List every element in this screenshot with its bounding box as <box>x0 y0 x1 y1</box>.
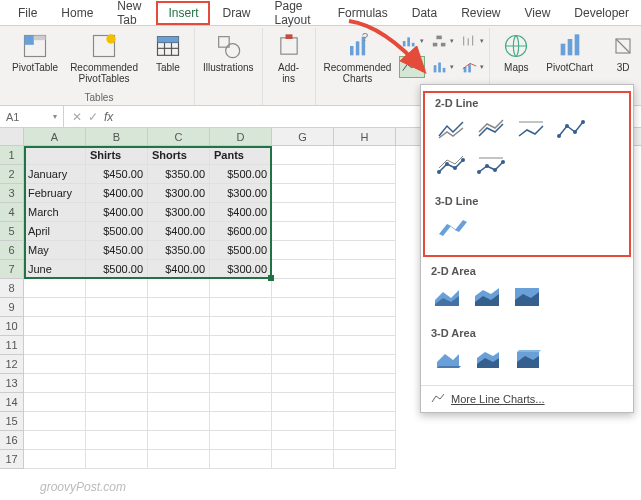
cell[interactable]: Shorts <box>148 146 210 165</box>
hierarchy-chart-button[interactable]: ▾ <box>429 30 455 52</box>
row-header[interactable]: 14 <box>0 393 24 412</box>
combo-chart-button[interactable]: ▾ <box>459 56 485 78</box>
row-header[interactable]: 16 <box>0 431 24 450</box>
row-header[interactable]: 13 <box>0 374 24 393</box>
row-header[interactable]: 12 <box>0 355 24 374</box>
more-line-charts[interactable]: More Line Charts... <box>421 385 633 412</box>
cell[interactable] <box>24 146 86 165</box>
100-stacked-line-markers-option[interactable] <box>475 151 509 181</box>
name-box[interactable]: A1▾ <box>0 106 64 127</box>
col-header-g[interactable]: G <box>272 128 334 145</box>
pivottable-button[interactable]: PivotTable <box>8 30 62 75</box>
pivotchart-button[interactable]: PivotChart <box>542 30 597 75</box>
row-header[interactable]: 15 <box>0 412 24 431</box>
col-header-a[interactable]: A <box>24 128 86 145</box>
row-header[interactable]: 8 <box>0 279 24 298</box>
tab-formulas[interactable]: Formulas <box>326 1 400 25</box>
col-header-b[interactable]: B <box>86 128 148 145</box>
cell[interactable]: $300.00 <box>210 184 272 203</box>
tab-newtab[interactable]: New Tab <box>105 0 156 32</box>
cell[interactable]: $400.00 <box>86 203 148 222</box>
cell[interactable]: $300.00 <box>210 260 272 279</box>
column-chart-button[interactable]: ▾ <box>399 30 425 52</box>
recommended-charts-icon: ? <box>343 32 371 60</box>
fx-icon[interactable]: fx <box>104 110 113 124</box>
tab-pagelayout[interactable]: Page Layout <box>262 0 325 32</box>
row-header[interactable]: 3 <box>0 184 24 203</box>
tab-insert[interactable]: Insert <box>156 1 210 25</box>
cell[interactable]: $400.00 <box>86 184 148 203</box>
cell[interactable]: May <box>24 241 86 260</box>
cell[interactable]: $300.00 <box>148 184 210 203</box>
cell[interactable]: April <box>24 222 86 241</box>
cell[interactable]: March <box>24 203 86 222</box>
col-header-h[interactable]: H <box>334 128 396 145</box>
row-header[interactable]: 5 <box>0 222 24 241</box>
row-header[interactable]: 4 <box>0 203 24 222</box>
cell[interactable]: $450.00 <box>86 241 148 260</box>
cell[interactable]: June <box>24 260 86 279</box>
100-stacked-area-option[interactable] <box>511 283 545 313</box>
tab-data[interactable]: Data <box>400 1 449 25</box>
line-chart-option[interactable] <box>435 115 469 145</box>
svg-rect-29 <box>438 63 441 73</box>
line-chart-button[interactable]: ▾ <box>399 56 425 78</box>
line-markers-option[interactable] <box>555 115 589 145</box>
cell[interactable]: January <box>24 165 86 184</box>
row-header[interactable]: 7 <box>0 260 24 279</box>
col-header-d[interactable]: D <box>210 128 272 145</box>
stacked-area-option[interactable] <box>471 283 505 313</box>
cell[interactable]: $300.00 <box>148 203 210 222</box>
3dmap-button[interactable]: 3D <box>601 30 641 75</box>
3d-area-option[interactable] <box>431 345 465 375</box>
100-stacked-line-option[interactable] <box>515 115 549 145</box>
stock-chart-button[interactable]: ▾ <box>459 30 485 52</box>
svg-line-38 <box>616 39 630 53</box>
addins-button[interactable]: Add- ins <box>267 30 311 86</box>
cell[interactable]: $600.00 <box>210 222 272 241</box>
select-all-corner[interactable] <box>0 128 24 145</box>
cell[interactable]: $350.00 <box>148 241 210 260</box>
3d-stacked-area-option[interactable] <box>471 345 505 375</box>
stacked-line-markers-option[interactable] <box>435 151 469 181</box>
cell[interactable]: $500.00 <box>210 241 272 260</box>
tab-review[interactable]: Review <box>449 1 512 25</box>
row-header[interactable]: 9 <box>0 298 24 317</box>
cell[interactable]: $400.00 <box>148 260 210 279</box>
row-header[interactable]: 10 <box>0 317 24 336</box>
col-header-c[interactable]: C <box>148 128 210 145</box>
maps-button[interactable]: Maps <box>494 30 538 75</box>
row-header[interactable]: 2 <box>0 165 24 184</box>
cell[interactable]: $400.00 <box>148 222 210 241</box>
area-option[interactable] <box>431 283 465 313</box>
cell[interactable]: $400.00 <box>210 203 272 222</box>
svg-rect-30 <box>443 68 446 73</box>
tab-developer[interactable]: Developer <box>562 1 641 25</box>
tab-file[interactable]: File <box>6 1 49 25</box>
svg-rect-20 <box>407 37 410 46</box>
statistic-chart-button[interactable]: ▾ <box>429 56 455 78</box>
tab-home[interactable]: Home <box>49 1 105 25</box>
tab-view[interactable]: View <box>513 1 563 25</box>
cell[interactable]: Pants <box>210 146 272 165</box>
row-header[interactable]: 11 <box>0 336 24 355</box>
stacked-line-option[interactable] <box>475 115 509 145</box>
row-header[interactable]: 6 <box>0 241 24 260</box>
row-header[interactable]: 17 <box>0 450 24 469</box>
cell[interactable]: $450.00 <box>86 165 148 184</box>
cell[interactable]: $500.00 <box>86 222 148 241</box>
illustrations-button[interactable]: Illustrations <box>199 30 258 75</box>
svg-point-51 <box>493 168 497 172</box>
row-header[interactable]: 1 <box>0 146 24 165</box>
table-button[interactable]: Table <box>146 30 190 75</box>
cell[interactable]: $500.00 <box>86 260 148 279</box>
recommended-charts-button[interactable]: ? Recommended Charts <box>320 30 396 86</box>
cell[interactable]: Shirts <box>86 146 148 165</box>
cell[interactable]: February <box>24 184 86 203</box>
tab-draw[interactable]: Draw <box>210 1 262 25</box>
recommended-pivottables-button[interactable]: Recommended PivotTables <box>66 30 142 86</box>
3d-line-option[interactable] <box>435 213 469 243</box>
3d-100-stacked-area-option[interactable] <box>511 345 545 375</box>
cell[interactable]: $350.00 <box>148 165 210 184</box>
cell[interactable]: $500.00 <box>210 165 272 184</box>
